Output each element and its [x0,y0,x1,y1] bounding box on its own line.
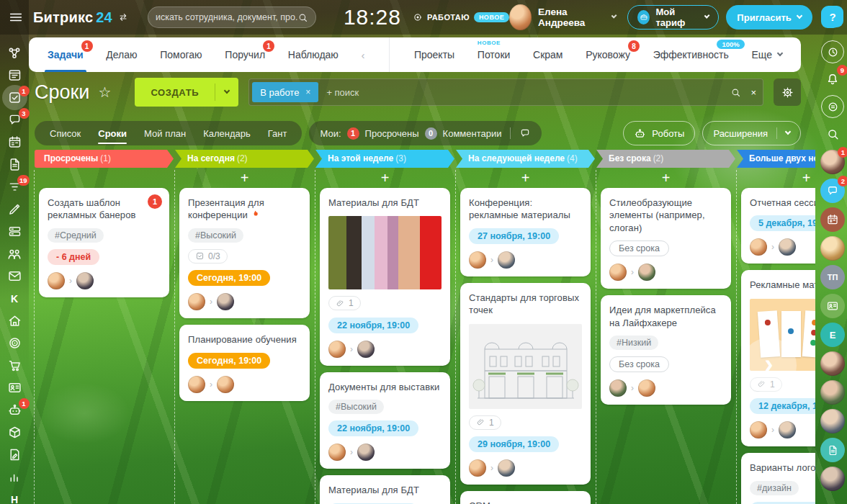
task-card[interactable]: Стандарты для торговых точек [460,283,591,485]
sidebar-item-newsfeed[interactable] [6,67,23,84]
add-task-button[interactable]: + [736,168,815,188]
avatar[interactable] [498,459,515,477]
avatar[interactable] [188,376,205,393]
chat-avatar[interactable] [820,380,845,405]
tab-tasks[interactable]: Задачи1 [48,37,84,72]
add-task-button[interactable]: + [174,168,315,188]
add-task-button[interactable]: + [315,168,455,188]
sidebar-item-copilot[interactable]: 1 [6,402,23,418]
view-my-plan[interactable]: Мой план [144,128,186,139]
tab-doing[interactable]: Делаю [106,37,137,72]
avatar[interactable] [469,459,486,477]
my-tariff-button[interactable]: Мой тариф [627,5,719,30]
avatar[interactable] [469,251,486,269]
sidebar-item-warehouse[interactable] [6,312,23,329]
sidebar-item-messenger[interactable]: 3 [6,112,23,128]
scroll-next-button[interactable]: › [741,338,797,393]
sidebar-item-doc-sign[interactable] [6,446,23,463]
overdue-label[interactable]: Просрочены [365,128,419,139]
sidebar-item-h[interactable]: H [6,491,23,504]
column-header[interactable]: Больше двух не [737,150,815,168]
avatar[interactable] [357,341,375,358]
attachment-badge[interactable]: 1 [469,415,501,430]
avatar[interactable] [188,293,205,310]
messenger-bubble-icon[interactable]: 2 [820,179,845,203]
avatar[interactable] [609,264,627,281]
sidebar-item-bi-analytics[interactable] [6,469,23,485]
filter-clear-icon[interactable]: × [750,87,756,98]
work-status-toggle[interactable]: РАБОТАЮ НОВОЕ [413,12,509,22]
sidebar-item-tasks[interactable]: 1 [6,89,23,106]
add-task-button[interactable]: + [596,168,736,188]
due-pill-none[interactable]: Без срока [609,240,669,256]
chat-avatar[interactable]: 1 [820,150,845,174]
task-card[interactable]: Материалы для БДТ 22 ноября, 19:00 › [320,475,450,504]
document-chat-icon[interactable] [820,438,845,462]
chat-avatar[interactable] [820,467,845,491]
task-card[interactable]: CRM: подготовить документы для подрядчик… [460,491,591,504]
avatar[interactable] [76,272,94,289]
create-dropdown[interactable] [215,91,238,93]
due-pill-date[interactable]: 22 ноября, 19:00 [328,318,418,333]
priority-tag[interactable]: #Высокий [188,228,243,243]
column-header[interactable]: Просрочены(1) [35,150,174,168]
avatar[interactable] [498,251,515,269]
due-pill-date[interactable]: 22 ноября, 19:00 [328,420,418,436]
sidebar-item-crm-funnel[interactable]: 19 [6,179,23,195]
sidebar-item-documents[interactable] [6,156,23,173]
app-logo[interactable]: Битрикс24 [33,9,112,26]
extensions-button[interactable]: Расширения [702,121,801,145]
sidebar-item-catalog[interactable] [6,424,23,441]
avatar[interactable] [779,238,796,256]
due-pill-overdue[interactable]: - 6 дней [48,249,99,265]
due-pill-date[interactable]: 5 декабря, 19:00 [750,215,815,231]
task-card[interactable]: Варианты логотипа #дизайн 8 декабря, 19:… [741,453,815,504]
tab-more[interactable]: Еще [751,37,782,72]
contact-chat-icon[interactable] [820,294,845,318]
chat-avatar[interactable] [820,409,845,433]
view-gantt[interactable]: Гант [268,128,287,139]
hamburger-menu-icon[interactable] [8,9,24,25]
task-card[interactable]: Планирование обучения Сегодня, 19:00 › [179,325,310,400]
sidebar-item-k[interactable]: K [6,290,23,307]
support-chat[interactable]: ТП [820,265,845,289]
checklist-badge[interactable]: 0/3 [188,249,228,264]
filter-search-icon[interactable] [730,87,741,98]
attachment-image-building[interactable] [469,324,582,409]
compose-chat-icon[interactable] [519,127,531,139]
avatar[interactable] [357,444,375,461]
attachment-badge[interactable]: 1 [328,296,361,310]
tab-watching[interactable]: Наблюдаю [288,37,339,72]
column-header[interactable]: Без срока(2) [596,150,735,168]
task-card[interactable]: Презентация для конференции #Высокий 0/3… [179,188,310,318]
tab-managing[interactable]: Руковожу8 [586,37,630,72]
due-pill-none[interactable]: Без срока [609,356,669,372]
tab-helping[interactable]: Помогаю [160,37,202,72]
avatar[interactable] [638,264,655,281]
column-header[interactable]: На сегодня(2) [175,150,314,168]
column-header[interactable]: На следующей неделе(4) [456,150,595,168]
task-card[interactable]: Отчетная сессия 5 декабря, 19:00 › [741,188,815,264]
chat-menu-icon[interactable] [821,95,844,118]
attachment-image-fabric[interactable] [328,216,442,289]
column-header[interactable]: На этой неделе(3) [315,150,454,168]
avatar[interactable] [328,341,346,358]
create-task-button[interactable]: СОЗДАТЬ [135,78,238,107]
channel-e-chat[interactable]: E [820,323,845,347]
priority-tag[interactable]: #Низкий [609,336,658,350]
priority-tag[interactable]: #Средний [48,228,104,243]
comments-counter[interactable]: 0 [425,127,437,140]
favorite-star-icon[interactable]: ☆ [98,84,111,101]
chip-close-icon[interactable]: × [305,87,310,97]
overdue-counter[interactable]: 1 [347,127,359,140]
due-pill-date[interactable]: 29 ноября, 19:00 [469,436,559,452]
invite-button[interactable]: Пригласить [726,5,812,30]
comments-label[interactable]: Комментарии [443,128,502,139]
avatar[interactable] [779,421,796,438]
sidebar-item-shop[interactable] [6,357,23,374]
view-calendar[interactable]: Календарь [203,128,251,139]
sidebar-item-marketing[interactable] [6,335,23,351]
calendar-chat-icon[interactable] [820,207,845,232]
help-button-side[interactable]: ? [822,6,843,27]
sidebar-item-contacts[interactable] [6,379,23,396]
